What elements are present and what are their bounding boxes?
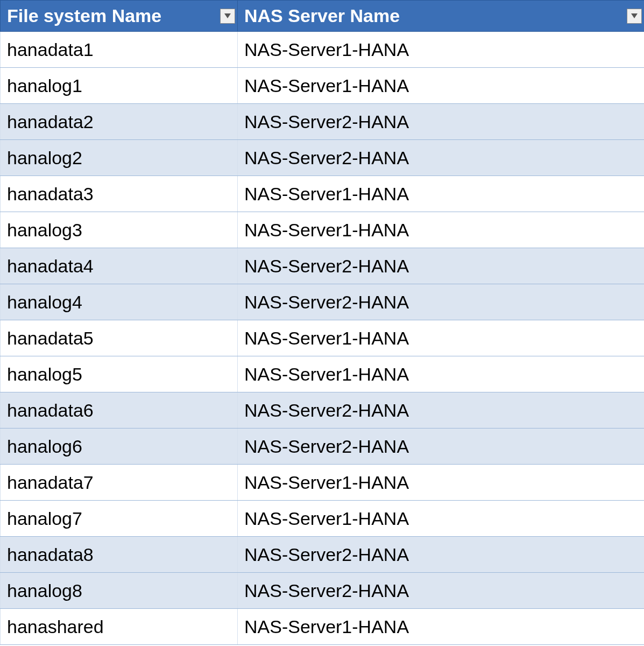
cell-filesystem[interactable]: hanalog4 bbox=[1, 284, 238, 320]
cell-filesystem[interactable]: hanalog8 bbox=[1, 573, 238, 609]
column-header-filesystem-label: File system Name bbox=[7, 5, 161, 26]
cell-nasserver[interactable]: NAS-Server1-HANA bbox=[238, 68, 645, 104]
cell-nasserver[interactable]: NAS-Server1-HANA bbox=[238, 501, 645, 537]
table-row[interactable]: hanadata7NAS-Server1-HANA bbox=[1, 465, 645, 501]
cell-filesystem[interactable]: hanadata3 bbox=[1, 176, 238, 212]
cell-filesystem[interactable]: hanashared bbox=[1, 609, 238, 645]
column-header-nasserver[interactable]: NAS Server Name bbox=[238, 1, 645, 32]
cell-filesystem[interactable]: hanalog1 bbox=[1, 68, 238, 104]
table-row[interactable]: hanadata2NAS-Server2-HANA bbox=[1, 104, 645, 140]
cell-nasserver[interactable]: NAS-Server1-HANA bbox=[238, 356, 645, 392]
cell-nasserver[interactable]: NAS-Server2-HANA bbox=[238, 284, 645, 320]
table-row[interactable]: hanadata3NAS-Server1-HANA bbox=[1, 176, 645, 212]
filesystem-nas-table: File system Name NAS Server Name hanadat… bbox=[0, 0, 644, 645]
cell-nasserver[interactable]: NAS-Server2-HANA bbox=[238, 140, 645, 176]
cell-nasserver[interactable]: NAS-Server2-HANA bbox=[238, 104, 645, 140]
table-row[interactable]: hanadata1NAS-Server1-HANA bbox=[1, 32, 645, 68]
table-row[interactable]: hanalog7NAS-Server1-HANA bbox=[1, 501, 645, 537]
cell-nasserver[interactable]: NAS-Server1-HANA bbox=[238, 32, 645, 68]
cell-nasserver[interactable]: NAS-Server1-HANA bbox=[238, 609, 645, 645]
cell-filesystem[interactable]: hanadata1 bbox=[1, 32, 238, 68]
table-row[interactable]: hanalog1NAS-Server1-HANA bbox=[1, 68, 645, 104]
cell-filesystem[interactable]: hanalog3 bbox=[1, 212, 238, 248]
chevron-down-icon bbox=[631, 13, 638, 19]
cell-filesystem[interactable]: hanadata7 bbox=[1, 465, 238, 501]
cell-filesystem[interactable]: hanadata4 bbox=[1, 248, 238, 284]
cell-filesystem[interactable]: hanadata8 bbox=[1, 537, 238, 573]
table-row[interactable]: hanalog2NAS-Server2-HANA bbox=[1, 140, 645, 176]
cell-filesystem[interactable]: hanadata2 bbox=[1, 104, 238, 140]
table-row[interactable]: hanasharedNAS-Server1-HANA bbox=[1, 609, 645, 645]
table-row[interactable]: hanadata8NAS-Server2-HANA bbox=[1, 537, 645, 573]
cell-nasserver[interactable]: NAS-Server1-HANA bbox=[238, 465, 645, 501]
table-row[interactable]: hanalog8NAS-Server2-HANA bbox=[1, 573, 645, 609]
table-row[interactable]: hanadata4NAS-Server2-HANA bbox=[1, 248, 645, 284]
cell-nasserver[interactable]: NAS-Server1-HANA bbox=[238, 176, 645, 212]
cell-filesystem[interactable]: hanalog2 bbox=[1, 140, 238, 176]
svg-marker-1 bbox=[631, 13, 638, 18]
table-row[interactable]: hanalog4NAS-Server2-HANA bbox=[1, 284, 645, 320]
cell-nasserver[interactable]: NAS-Server2-HANA bbox=[238, 392, 645, 429]
chevron-down-icon bbox=[224, 13, 231, 19]
cell-nasserver[interactable]: NAS-Server2-HANA bbox=[238, 429, 645, 465]
filter-dropdown-nasserver[interactable] bbox=[627, 9, 642, 24]
cell-filesystem[interactable]: hanadata6 bbox=[1, 392, 238, 429]
cell-nasserver[interactable]: NAS-Server1-HANA bbox=[238, 212, 645, 248]
table-row[interactable]: hanadata6NAS-Server2-HANA bbox=[1, 392, 645, 429]
table-row[interactable]: hanalog6NAS-Server2-HANA bbox=[1, 429, 645, 465]
cell-filesystem[interactable]: hanadata5 bbox=[1, 320, 238, 356]
table-row[interactable]: hanalog3NAS-Server1-HANA bbox=[1, 212, 645, 248]
cell-nasserver[interactable]: NAS-Server2-HANA bbox=[238, 573, 645, 609]
cell-filesystem[interactable]: hanalog7 bbox=[1, 501, 238, 537]
svg-marker-0 bbox=[224, 13, 231, 18]
table-row[interactable]: hanalog5NAS-Server1-HANA bbox=[1, 356, 645, 392]
column-header-filesystem[interactable]: File system Name bbox=[1, 1, 238, 32]
filter-dropdown-filesystem[interactable] bbox=[220, 9, 235, 24]
cell-nasserver[interactable]: NAS-Server2-HANA bbox=[238, 537, 645, 573]
cell-filesystem[interactable]: hanalog5 bbox=[1, 356, 238, 392]
cell-nasserver[interactable]: NAS-Server1-HANA bbox=[238, 320, 645, 356]
cell-filesystem[interactable]: hanalog6 bbox=[1, 429, 238, 465]
column-header-nasserver-label: NAS Server Name bbox=[244, 5, 400, 26]
table-header-row: File system Name NAS Server Name bbox=[1, 1, 645, 32]
cell-nasserver[interactable]: NAS-Server2-HANA bbox=[238, 248, 645, 284]
table-row[interactable]: hanadata5NAS-Server1-HANA bbox=[1, 320, 645, 356]
